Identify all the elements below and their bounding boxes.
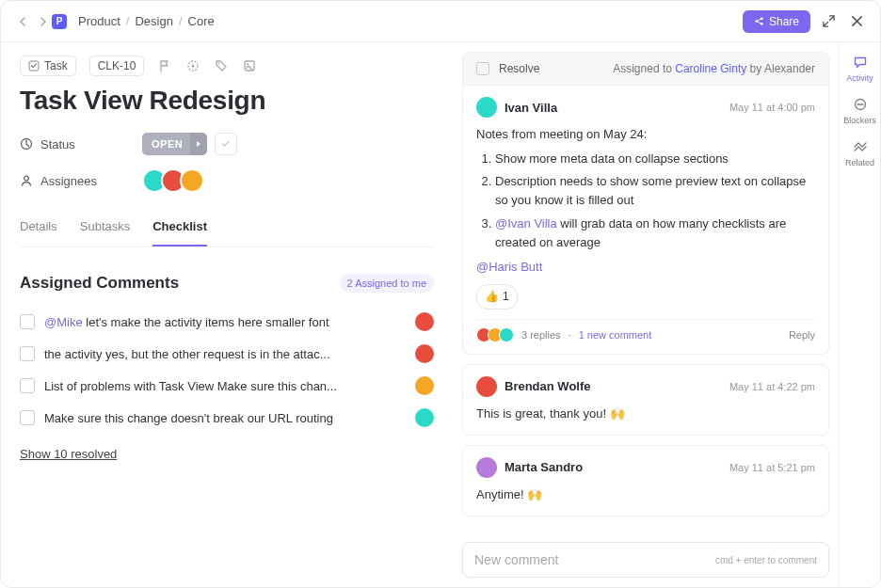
- flag-icon[interactable]: [157, 58, 172, 73]
- mention[interactable]: @Mike: [44, 315, 83, 329]
- resolve-checkbox[interactable]: [476, 62, 489, 75]
- task-type-chip[interactable]: Task: [20, 56, 76, 76]
- resolve-label[interactable]: Resolve: [499, 62, 539, 75]
- comment-checkbox[interactable]: [20, 378, 35, 393]
- breadcrumb-item[interactable]: Core: [188, 14, 215, 28]
- comment-body: Anytime! 🙌: [476, 485, 815, 504]
- comment-time: May 11 at 5:21 pm: [729, 462, 815, 473]
- image-icon[interactable]: [242, 58, 257, 73]
- rail-activity[interactable]: Activity: [840, 54, 880, 83]
- assigned-to-me-badge[interactable]: 2 Assigned to me: [340, 274, 434, 293]
- assigned-comment-row[interactable]: List of problems with Task View Make sur…: [20, 370, 434, 402]
- comment-card: Ivan Villa May 11 at 4:00 pm Notes from …: [462, 86, 829, 355]
- comment-text: the activity yes, but the other request …: [44, 347, 406, 361]
- avatar[interactable]: [415, 376, 434, 395]
- status-label: Status: [20, 137, 142, 151]
- tabs: Details Subtasks Checklist: [20, 210, 434, 247]
- comment-body: This is great, thank you! 🙌: [476, 405, 815, 423]
- side-rail: Activity Blockers Related: [839, 42, 880, 587]
- comment-checkbox[interactable]: [20, 314, 35, 329]
- comment-card: Brendan WolfeMay 11 at 4:22 pmThis is gr…: [462, 364, 829, 436]
- avatar[interactable]: [499, 327, 514, 342]
- close-icon[interactable]: [846, 11, 867, 32]
- page-title[interactable]: Task View Redesign: [20, 86, 434, 116]
- avatar[interactable]: [415, 408, 434, 427]
- share-button[interactable]: Share: [743, 10, 810, 33]
- avatar[interactable]: [180, 168, 204, 193]
- composer-hint: cmd + enter to comment: [715, 555, 817, 565]
- link-icon: [852, 138, 869, 155]
- nav-back-icon[interactable]: [14, 12, 33, 31]
- reply-button[interactable]: Reply: [789, 329, 815, 341]
- comment-author[interactable]: Marta Sandro: [505, 460, 583, 474]
- comment-text: List of problems with Task View Make sur…: [44, 379, 406, 393]
- collapse-icon[interactable]: [818, 11, 839, 32]
- avatar[interactable]: [476, 376, 497, 397]
- svg-point-2: [761, 23, 763, 25]
- thread-footer: 3 replies · 1 new comment Reply: [476, 319, 815, 342]
- avatar[interactable]: [415, 312, 434, 331]
- comment-checkbox[interactable]: [20, 346, 35, 361]
- svg-point-8: [247, 63, 248, 65]
- blocked-icon: [852, 96, 869, 113]
- assigned-comment-row[interactable]: @Mike let's make the activity items here…: [20, 306, 434, 338]
- assigned-comment-row[interactable]: Make sure this change doesn't break our …: [20, 402, 434, 434]
- chat-icon: [852, 54, 869, 71]
- status-advance-icon[interactable]: [190, 133, 207, 155]
- svg-rect-7: [245, 61, 254, 71]
- svg-point-6: [218, 63, 220, 65]
- tab-details[interactable]: Details: [20, 210, 57, 246]
- show-resolved-link[interactable]: Show 10 resolved: [20, 447, 117, 461]
- avatar[interactable]: [476, 97, 497, 118]
- assigned-comments-list: @Mike let's make the activity items here…: [20, 306, 434, 434]
- comment-time: May 11 at 4:22 pm: [729, 381, 815, 392]
- svg-point-0: [755, 20, 758, 23]
- assignee-avatars[interactable]: [142, 168, 204, 193]
- nav-forward-icon[interactable]: [33, 12, 52, 31]
- space-icon[interactable]: P: [52, 14, 67, 29]
- mention[interactable]: @Ivan Villa: [495, 216, 557, 230]
- status-icon: [20, 137, 33, 151]
- task-id-chip[interactable]: CLK-10: [89, 56, 145, 76]
- replies-count[interactable]: 3 replies: [521, 329, 561, 341]
- new-comment-label[interactable]: 1 new comment: [579, 329, 652, 341]
- assignees-label: Assignees: [20, 174, 142, 188]
- comment-text: Make sure this change doesn't break our …: [44, 411, 406, 425]
- tab-subtasks[interactable]: Subtasks: [80, 210, 130, 246]
- breadcrumb-item[interactable]: Design: [135, 14, 172, 28]
- comment-composer[interactable]: cmd + enter to comment: [462, 542, 829, 578]
- svg-point-10: [24, 176, 29, 181]
- activity-panel: Resolve Assigned to Caroline Ginty by Al…: [453, 42, 839, 587]
- comment-author[interactable]: Brendan Wolfe: [505, 379, 591, 393]
- breadcrumb-item[interactable]: Product: [78, 14, 120, 28]
- comment-author[interactable]: Ivan Villa: [505, 101, 557, 115]
- tag-icon[interactable]: [214, 58, 229, 73]
- comment-time: May 11 at 4:00 pm: [729, 102, 815, 113]
- avatar[interactable]: [415, 344, 434, 363]
- comment-body: Notes from meeting on May 24: Show more …: [476, 125, 815, 310]
- resolve-bar: Resolve Assigned to Caroline Ginty by Al…: [462, 52, 829, 86]
- task-meta-row: Task CLK-10: [20, 56, 434, 76]
- task-detail-panel: Task CLK-10 Task View Redesign Status OP…: [1, 42, 453, 587]
- comment-text: @Mike let's make the activity items here…: [44, 315, 406, 329]
- comment-card: Marta SandroMay 11 at 5:21 pmAnytime! 🙌: [462, 445, 829, 516]
- complete-checkbox[interactable]: [215, 133, 237, 155]
- svg-point-5: [192, 65, 195, 68]
- sprint-icon[interactable]: [185, 58, 200, 73]
- rail-related[interactable]: Related: [840, 138, 880, 167]
- breadcrumb: Product / Design / Core: [78, 14, 215, 28]
- status-badge[interactable]: OPEN: [142, 133, 207, 155]
- comment-input[interactable]: [474, 552, 715, 567]
- avatar[interactable]: [476, 457, 497, 478]
- mention[interactable]: @Haris Butt: [476, 260, 542, 274]
- comment-checkbox[interactable]: [20, 410, 35, 425]
- assigned-comment-row[interactable]: the activity yes, but the other request …: [20, 338, 434, 370]
- assigned-to-text: Assigned to Caroline Ginty by Alexander: [613, 62, 815, 75]
- svg-point-1: [761, 17, 763, 20]
- rail-blockers[interactable]: Blockers: [840, 96, 880, 125]
- assigned-comments-heading: Assigned Comments: [20, 274, 179, 293]
- topbar: P Product / Design / Core Share: [1, 1, 880, 42]
- reaction-chip[interactable]: 👍1: [476, 284, 518, 310]
- tab-checklist[interactable]: Checklist: [152, 210, 207, 246]
- person-icon: [20, 174, 33, 187]
